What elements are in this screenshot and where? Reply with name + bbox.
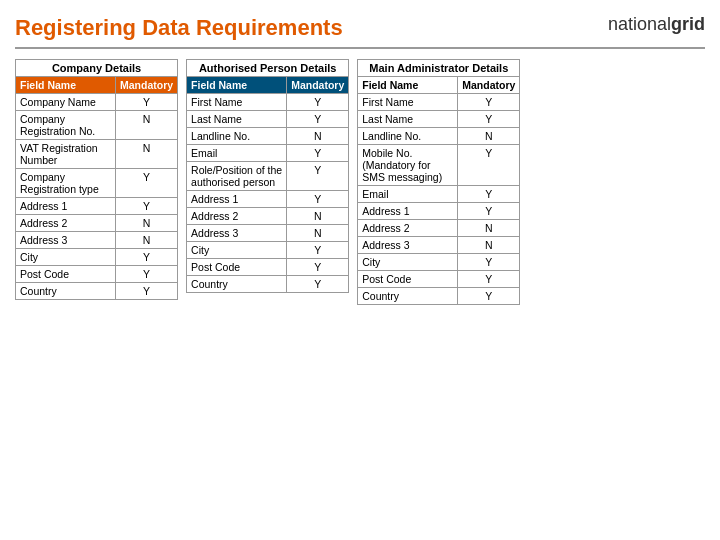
- mandatory-value: Y: [458, 254, 520, 271]
- table-row: Address 3N: [358, 237, 520, 254]
- mandatory-value: Y: [287, 259, 349, 276]
- admin-section-header: Main Administrator Details: [358, 60, 520, 77]
- field-name: Address 1: [187, 191, 287, 208]
- field-name: Landline No.: [187, 128, 287, 145]
- table-row: Post CodeY: [16, 266, 178, 283]
- field-name: Company Name: [16, 94, 116, 111]
- mandatory-value: Y: [116, 169, 178, 198]
- field-name: Landline No.: [358, 128, 458, 145]
- table-row: Address 2N: [16, 215, 178, 232]
- company-mandatory-col-header: Mandatory: [116, 77, 178, 94]
- field-name: City: [187, 242, 287, 259]
- mandatory-value: N: [116, 232, 178, 249]
- mandatory-value: N: [116, 140, 178, 169]
- table-row: Address 3N: [187, 225, 349, 242]
- table-row: Landline No.N: [187, 128, 349, 145]
- field-name: VAT RegistrationNumber: [16, 140, 116, 169]
- table-row: Post CodeY: [358, 271, 520, 288]
- mandatory-value: Y: [116, 249, 178, 266]
- tables-container: Company Details Field Name Mandatory Com…: [15, 59, 705, 305]
- field-name: Email: [358, 186, 458, 203]
- table-row: First NameY: [187, 94, 349, 111]
- field-name: Address 2: [16, 215, 116, 232]
- table-row: Post CodeY: [187, 259, 349, 276]
- table-row: First NameY: [358, 94, 520, 111]
- field-name: Country: [358, 288, 458, 305]
- table-row: Last NameY: [358, 111, 520, 128]
- field-name: CompanyRegistration No.: [16, 111, 116, 140]
- mandatory-value: Y: [458, 145, 520, 186]
- field-name: Country: [187, 276, 287, 293]
- field-name: Address 1: [16, 198, 116, 215]
- company-field-col-header: Field Name: [16, 77, 116, 94]
- admin-field-col-header: Field Name: [358, 77, 458, 94]
- field-name: Last Name: [187, 111, 287, 128]
- admin-details-table: Main Administrator Details Field Name Ma…: [357, 59, 520, 305]
- mandatory-value: N: [458, 237, 520, 254]
- mandatory-value: Y: [287, 242, 349, 259]
- table-row: CityY: [187, 242, 349, 259]
- table-row: CityY: [16, 249, 178, 266]
- field-name: Address 2: [187, 208, 287, 225]
- field-name: Role/Position of theauthorised person: [187, 162, 287, 191]
- mandatory-value: N: [116, 215, 178, 232]
- table-row: Address 2N: [358, 220, 520, 237]
- table-row: Last NameY: [187, 111, 349, 128]
- table-row: VAT RegistrationNumberN: [16, 140, 178, 169]
- field-name: Mobile No.(Mandatory forSMS messaging): [358, 145, 458, 186]
- header: Registering Data Requirements nationalgr…: [15, 15, 705, 41]
- logo-text-part1: national: [608, 14, 671, 34]
- mandatory-value: N: [458, 128, 520, 145]
- field-name: City: [358, 254, 458, 271]
- table-row: Address 1Y: [16, 198, 178, 215]
- mandatory-value: N: [116, 111, 178, 140]
- company-section-header: Company Details: [16, 60, 178, 77]
- mandatory-value: Y: [458, 203, 520, 220]
- mandatory-value: Y: [116, 283, 178, 300]
- field-name: Address 3: [187, 225, 287, 242]
- table-row: Address 1Y: [187, 191, 349, 208]
- logo: nationalgrid: [608, 15, 705, 35]
- table-row: Mobile No.(Mandatory forSMS messaging)Y: [358, 145, 520, 186]
- table-row: CountryY: [187, 276, 349, 293]
- mandatory-value: N: [287, 225, 349, 242]
- page-title: Registering Data Requirements: [15, 15, 343, 41]
- table-row: Company NameY: [16, 94, 178, 111]
- page: Registering Data Requirements nationalgr…: [0, 0, 720, 540]
- mandatory-value: Y: [287, 111, 349, 128]
- authorised-details-table: Authorised Person Details Field Name Man…: [186, 59, 349, 293]
- mandatory-value: Y: [116, 94, 178, 111]
- company-details-table: Company Details Field Name Mandatory Com…: [15, 59, 178, 300]
- table-row: Landline No.N: [358, 128, 520, 145]
- authorised-field-col-header: Field Name: [187, 77, 287, 94]
- field-name: Address 1: [358, 203, 458, 220]
- mandatory-value: Y: [287, 276, 349, 293]
- header-divider: [15, 47, 705, 49]
- table-row: EmailY: [187, 145, 349, 162]
- field-name: Email: [187, 145, 287, 162]
- table-row: Address 1Y: [358, 203, 520, 220]
- mandatory-value: Y: [458, 94, 520, 111]
- mandatory-value: Y: [458, 111, 520, 128]
- table-row: Address 2N: [187, 208, 349, 225]
- mandatory-value: N: [287, 208, 349, 225]
- mandatory-value: Y: [116, 266, 178, 283]
- field-name: City: [16, 249, 116, 266]
- mandatory-value: Y: [287, 162, 349, 191]
- table-row: EmailY: [358, 186, 520, 203]
- table-row: CompanyRegistration typeY: [16, 169, 178, 198]
- field-name: Post Code: [358, 271, 458, 288]
- mandatory-value: Y: [458, 271, 520, 288]
- authorised-section-header: Authorised Person Details: [187, 60, 349, 77]
- table-row: CityY: [358, 254, 520, 271]
- field-name: Address 2: [358, 220, 458, 237]
- authorised-mandatory-col-header: Mandatory: [287, 77, 349, 94]
- field-name: First Name: [358, 94, 458, 111]
- table-row: CountryY: [16, 283, 178, 300]
- table-row: CompanyRegistration No.N: [16, 111, 178, 140]
- table-row: Role/Position of theauthorised personY: [187, 162, 349, 191]
- admin-mandatory-col-header: Mandatory: [458, 77, 520, 94]
- field-name: Post Code: [187, 259, 287, 276]
- mandatory-value: Y: [287, 145, 349, 162]
- logo-text-part2: grid: [671, 14, 705, 34]
